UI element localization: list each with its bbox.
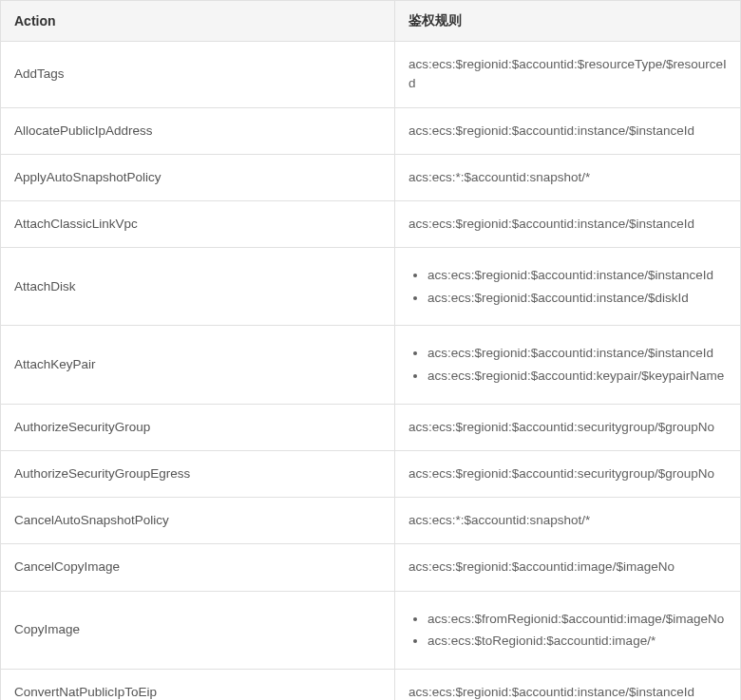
rule-item: acs:ecs:$regionid:$accountid:instance/$i… [428,265,727,286]
rule-cell: acs:ecs:$fromRegionid:$accountid:image/$… [395,591,741,669]
table-row: AttachClassicLinkVpcacs:ecs:$regionid:$a… [1,201,741,248]
table-row: AuthorizeSecurityGroupacs:ecs:$regionid:… [1,404,741,450]
table-row: AddTagsacs:ecs:$regionid:$accountid:$res… [1,42,741,108]
action-cell: AllocatePublicIpAddress [1,107,395,154]
rule-item: acs:ecs:$regionid:$accountid:instance/$i… [428,343,727,364]
header-action: Action [1,1,395,42]
action-cell: AttachDisk [1,248,395,326]
action-cell: AttachKeyPair [1,326,395,404]
table-row: CancelAutoSnapshotPolicyacs:ecs:*:$accou… [1,498,741,544]
table-row: ConvertNatPublicIpToEipacs:ecs:$regionid… [1,669,741,700]
rule-list: acs:ecs:$fromRegionid:$accountid:image/$… [408,609,727,652]
action-cell: AuthorizeSecurityGroup [1,404,395,450]
table-header-row: Action 鉴权规则 [1,1,741,42]
action-cell: CopyImage [1,591,395,669]
rule-cell: acs:ecs:$regionid:$accountid:instance/$i… [395,201,741,248]
table-row: CancelCopyImageacs:ecs:$regionid:$accoun… [1,544,741,591]
action-cell: AttachClassicLinkVpc [1,201,395,248]
table-row: AttachDiskacs:ecs:$regionid:$accountid:i… [1,248,741,326]
table-row: AllocatePublicIpAddressacs:ecs:$regionid… [1,107,741,154]
rule-item: acs:ecs:$regionid:$accountid:instance/$d… [428,288,727,309]
rule-cell: acs:ecs:$regionid:$accountid:securitygro… [395,404,741,450]
rule-cell: acs:ecs:*:$accountid:snapshot/* [395,154,741,200]
rule-cell: acs:ecs:$regionid:$accountid:securitygro… [395,450,741,497]
table-row: ApplyAutoSnapshotPolicyacs:ecs:*:$accoun… [1,154,741,200]
action-cell: CancelCopyImage [1,544,395,591]
action-cell: ApplyAutoSnapshotPolicy [1,154,395,200]
rule-cell: acs:ecs:*:$accountid:snapshot/* [395,498,741,544]
rule-item: acs:ecs:$toRegionid:$accountid:image/* [428,631,727,652]
rule-cell: acs:ecs:$regionid:$accountid:$resourceTy… [395,42,741,108]
action-cell: AddTags [1,42,395,108]
rule-cell: acs:ecs:$regionid:$accountid:instance/$i… [395,326,741,404]
action-cell: ConvertNatPublicIpToEip [1,669,395,700]
rule-cell: acs:ecs:$regionid:$accountid:instance/$i… [395,669,741,700]
rule-cell: acs:ecs:$regionid:$accountid:instance/$i… [395,248,741,326]
rule-item: acs:ecs:$regionid:$accountid:keypair/$ke… [428,366,727,387]
table-row: CopyImageacs:ecs:$fromRegionid:$accounti… [1,591,741,669]
rule-list: acs:ecs:$regionid:$accountid:instance/$i… [408,265,727,308]
auth-rules-table: Action 鉴权规则 AddTagsacs:ecs:$regionid:$ac… [0,0,741,700]
action-cell: AuthorizeSecurityGroupEgress [1,450,395,497]
rule-cell: acs:ecs:$regionid:$accountid:instance/$i… [395,107,741,154]
action-cell: CancelAutoSnapshotPolicy [1,498,395,544]
table-row: AttachKeyPairacs:ecs:$regionid:$accounti… [1,326,741,404]
rule-item: acs:ecs:$fromRegionid:$accountid:image/$… [428,609,727,630]
table-row: AuthorizeSecurityGroupEgressacs:ecs:$reg… [1,450,741,497]
rule-cell: acs:ecs:$regionid:$accountid:image/$imag… [395,544,741,591]
header-rule: 鉴权规则 [395,1,741,42]
rule-list: acs:ecs:$regionid:$accountid:instance/$i… [408,343,727,386]
